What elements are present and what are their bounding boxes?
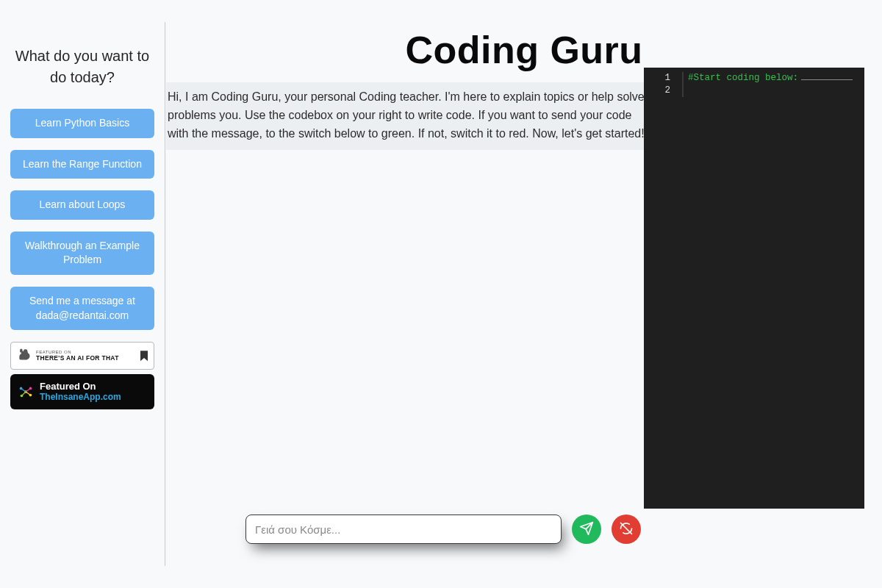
sidebar-title: What do you want to do today? xyxy=(10,46,154,88)
badge-insaneapp[interactable]: Featured On TheInsaneApp.com xyxy=(10,374,154,409)
bookmark-icon xyxy=(140,351,148,361)
code-editor[interactable]: 1 2 #Start coding below: xyxy=(644,68,864,509)
sync-off-icon xyxy=(619,521,634,538)
page-title: Coding Guru xyxy=(166,28,882,72)
badge-text: FEATURED ON THERE'S AN AI FOR THAT xyxy=(36,350,119,362)
message-input[interactable] xyxy=(245,514,562,544)
svg-line-8 xyxy=(26,392,30,395)
line-number: 2 xyxy=(644,85,670,97)
sidebar-btn-loops[interactable]: Learn about Loops xyxy=(10,190,154,220)
badge-theres-an-ai[interactable]: FEATURED ON THERE'S AN AI FOR THAT xyxy=(10,342,154,370)
send-icon xyxy=(579,521,594,538)
muscle-icon xyxy=(17,347,32,365)
code-toggle-button[interactable] xyxy=(612,514,641,544)
sidebar-btn-python-basics[interactable]: Learn Python Basics xyxy=(10,109,154,138)
svg-line-11 xyxy=(621,523,632,534)
code-area[interactable]: #Start coding below: xyxy=(678,68,864,509)
send-button[interactable] xyxy=(572,514,601,544)
code-line-1: #Start coding below: xyxy=(688,73,798,83)
sidebar: What do you want to do today? Learn Pyth… xyxy=(0,22,165,566)
svg-line-5 xyxy=(21,389,26,392)
badge2-text: Featured On TheInsaneApp.com xyxy=(40,381,121,403)
sidebar-btn-example-problem[interactable]: Walkthrough an Example Problem xyxy=(10,232,154,275)
sidebar-btn-range-function[interactable]: Learn the Range Function xyxy=(10,150,154,179)
compose-bar xyxy=(245,514,641,544)
main-area: Coding Guru Hi, I am Coding Guru, your p… xyxy=(166,0,882,588)
svg-line-6 xyxy=(26,389,30,392)
svg-line-7 xyxy=(22,392,26,396)
intro-message: Hi, I am Coding Guru, your personal Codi… xyxy=(166,82,647,150)
line-gutter: 1 2 xyxy=(644,68,678,509)
sidebar-btn-contact[interactable]: Send me a message at dada@redantai.com xyxy=(10,287,154,330)
line-number: 1 xyxy=(644,72,670,85)
spark-icon xyxy=(18,384,34,400)
